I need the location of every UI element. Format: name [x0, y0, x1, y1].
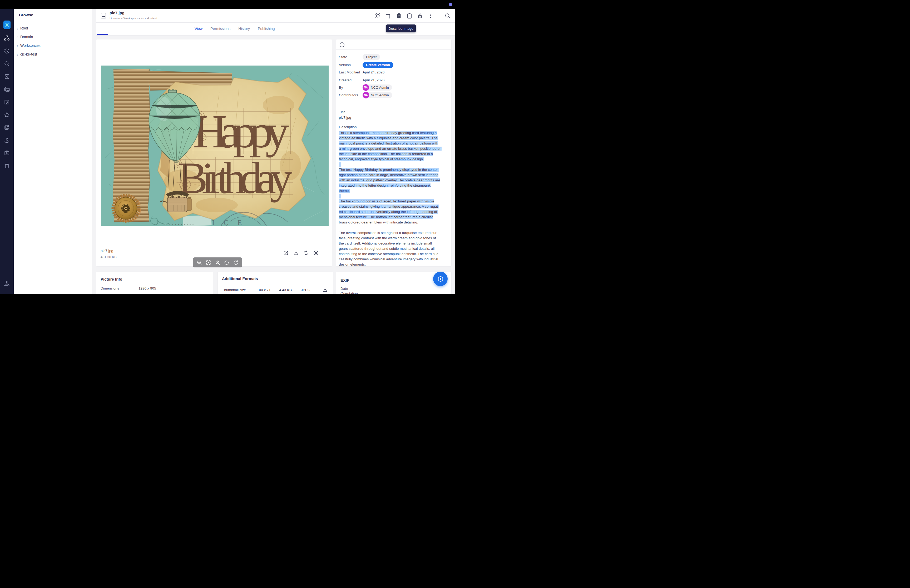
file-remove-icon[interactable]: [313, 250, 319, 256]
file-replace-icon[interactable]: [303, 250, 309, 256]
description-line: cessfully combines whimsical adventure i…: [339, 257, 451, 262]
description-line: mensional texture. The bottom left corne…: [339, 215, 451, 220]
description-line: technical, engraved style typical of ste…: [339, 157, 451, 162]
image-document-icon: [100, 12, 107, 19]
user-chip[interactable]: NANCO Admin: [362, 92, 392, 98]
description-line: with an industrial grid pattern overlay.…: [339, 178, 451, 183]
plus-circle-icon: [437, 275, 444, 283]
sidebar-search-icon[interactable]: [4, 61, 10, 67]
header-actions: [375, 9, 455, 23]
top-bar: [0, 0, 455, 9]
tree-item-cic-ke-test[interactable]: ‹cic-ke-test: [14, 50, 92, 59]
tree-item-domain[interactable]: ‹Domain: [14, 32, 92, 42]
state-badge: Project: [362, 54, 380, 60]
image-viewer-toolbar: [193, 257, 242, 267]
header-similarity-icon[interactable]: [375, 13, 381, 19]
tab-history[interactable]: History: [238, 27, 250, 31]
tree-item-workspaces[interactable]: ‹Workspaces: [14, 41, 92, 50]
sidebar-upload-user-icon[interactable]: [4, 137, 10, 144]
sidebar-history-icon[interactable]: [4, 48, 10, 54]
header-lock-open-icon[interactable]: [417, 13, 423, 19]
tree-item-label: Workspaces: [20, 44, 40, 48]
sidebar-checklist-icon[interactable]: [4, 99, 10, 105]
description-line: This is a steampunk-themed birthday gree…: [339, 130, 451, 136]
viewer-rotate-right-icon[interactable]: [233, 260, 239, 265]
description-text[interactable]: This is a steampunk-themed birthday gree…: [339, 130, 451, 266]
viewer-rotate-left-icon[interactable]: [224, 260, 230, 265]
additional-formats-card: Additional Formats Thumbnail size 100 x …: [218, 271, 333, 294]
app-logo[interactable]: X: [3, 21, 11, 29]
create-version-button[interactable]: Create Version: [362, 62, 393, 68]
description-line: creases and stains, giving it an antique…: [339, 204, 451, 209]
sidebar-collections-icon[interactable]: [4, 124, 10, 131]
meta-label: Created: [339, 78, 362, 82]
application-window: X Browse ‹Root‹Domain‹Workspaces‹cic-ke-…: [0, 0, 455, 294]
tree-item-label: cic-ke-test: [20, 52, 37, 57]
sidebar-workflow-icon[interactable]: [4, 281, 10, 287]
picture-info-label: Dimensions: [100, 286, 119, 290]
user-chip[interactable]: NANCO Admin: [362, 84, 392, 90]
tab-view[interactable]: View: [195, 27, 202, 31]
description-line: [339, 162, 451, 167]
title-value: pic7.jpg: [339, 116, 351, 120]
header-paste-icon[interactable]: [406, 13, 412, 19]
sidebar-id-card-icon[interactable]: [4, 150, 10, 156]
meta-row-state: StateProject: [339, 54, 447, 60]
additional-formats-heading: Additional Formats: [222, 276, 258, 281]
sidebar-trash-icon[interactable]: [4, 163, 10, 169]
format-dimensions: 100 x 71: [257, 288, 271, 292]
header-actions-divider: [439, 12, 439, 20]
file-actions: [283, 250, 319, 256]
meta-label: Contributors: [339, 93, 362, 97]
exif-label: Orientation: [341, 291, 358, 294]
header-more-icon[interactable]: [427, 13, 434, 19]
preview-image[interactable]: Happy Birthday: [101, 66, 329, 226]
sidebar-assets-icon[interactable]: [4, 86, 10, 93]
title-label: Title: [339, 110, 346, 114]
tree-item-root[interactable]: ‹Root: [14, 24, 92, 33]
file-open-external-icon[interactable]: [283, 250, 289, 256]
description-line: theme.: [339, 188, 451, 194]
description-line: brass-colored gear emblem with intricate…: [339, 220, 451, 225]
active-tab-underline: [97, 34, 108, 35]
add-button[interactable]: [433, 271, 448, 286]
meta-label: Last Modified: [339, 70, 362, 74]
description-line: right portion of the card in large, deco…: [339, 173, 451, 178]
info-icon[interactable]: [339, 42, 345, 48]
sidebar-browse-tree-icon[interactable]: [4, 35, 10, 41]
describe-image-button[interactable]: Describe Image: [386, 24, 416, 32]
sidebar-user-settings-icon[interactable]: [4, 294, 10, 294]
header-copy-icon[interactable]: [396, 13, 402, 19]
description-line: ed cardboard strip runs vertically along…: [339, 209, 451, 215]
file-download-icon[interactable]: [293, 250, 299, 256]
tab-permissions[interactable]: Permissions: [210, 27, 230, 31]
file-size: 481.30 KB: [100, 255, 116, 259]
viewer-zoom-out-icon[interactable]: [196, 260, 202, 265]
meta-label: State: [339, 55, 362, 59]
tab-publishing[interactable]: Publishing: [258, 27, 275, 31]
viewer-zoom-in-icon[interactable]: [215, 260, 220, 265]
meta-row-contributors: ContributorsNANCO Admin: [339, 92, 447, 99]
chevron-left-icon: ‹: [16, 52, 18, 57]
download-format-icon[interactable]: [322, 287, 328, 293]
description-line: The background consists of aged, texture…: [339, 199, 451, 204]
format-type: JPEG: [301, 288, 310, 292]
breadcrumb[interactable]: Domain > Workspaces > cic-ke-test: [110, 16, 157, 20]
meta-row-created: CreatedApril 21, 2026: [339, 77, 447, 83]
meta-row-by: ByNANCO Admin: [339, 84, 447, 91]
description-line: The text 'Happy Birthday' is prominently…: [339, 167, 451, 173]
chevron-left-icon: ‹: [16, 44, 18, 48]
image-viewer-card: Happy Birthday: [96, 39, 332, 266]
description-line: vintage aesthetic with a turquoise and c…: [339, 136, 451, 141]
picture-info-card: Picture Info Dimensions1280 x 905FormatJ…: [96, 271, 213, 294]
header-search-icon[interactable]: [444, 13, 451, 19]
header-crop-icon[interactable]: [385, 13, 391, 19]
format-size: 4.43 KB: [279, 288, 292, 292]
meta-value: April 24, 2026: [362, 70, 385, 74]
left-icon-rail: X: [0, 9, 14, 294]
viewer-fit-screen-icon[interactable]: [206, 260, 211, 265]
sidebar-tasks-icon[interactable]: [4, 73, 10, 80]
sidebar-favorites-icon[interactable]: [4, 111, 10, 118]
browse-panel: Browse ‹Root‹Domain‹Workspaces‹cic-ke-te…: [14, 9, 92, 294]
document-title: pic7.jpg: [110, 11, 124, 15]
